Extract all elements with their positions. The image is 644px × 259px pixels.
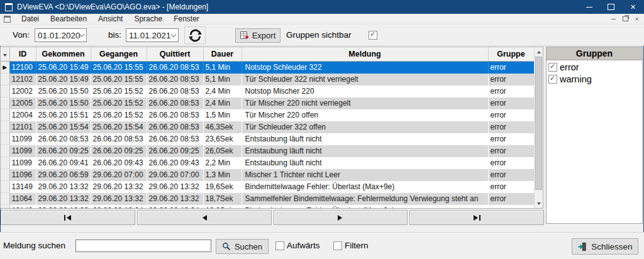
menu-ansicht[interactable]: Ansicht [92, 14, 128, 23]
maximize-button[interactable] [600, 0, 622, 14]
table-row[interactable]: 1200225.06.20 15:5025.06.20 15:5226.06.2… [1, 85, 534, 97]
cell-dauer: 46,3Sek [203, 121, 242, 133]
nav-prev-button[interactable] [137, 210, 272, 225]
filtern-checkbox[interactable] [333, 241, 342, 250]
von-label: Von: [13, 30, 30, 40]
cell-id: 12102 [9, 74, 36, 85]
close-button[interactable]: × [622, 0, 644, 14]
suchen-button[interactable]: Suchen [216, 239, 269, 254]
cell-id: 12101 [9, 121, 36, 133]
cell-gegangen: 26.06.20 09:25 [91, 145, 147, 157]
mdi-restore-icon[interactable] [623, 16, 628, 21]
cell-dauer: 19,6Sek [203, 181, 242, 193]
cell-gegangen: 26.06.20 08:53 [91, 133, 147, 145]
cell-gekommen: 26.06.20 09:25 [36, 145, 91, 157]
cell-gegangen: 29.06.20 13:34 [91, 205, 147, 209]
row-marker [1, 145, 9, 157]
nav-last-button[interactable] [409, 210, 544, 225]
cell-gegangen: 26.06.20 09:43 [91, 157, 147, 169]
menu-fenster[interactable]: Fenster [168, 14, 205, 23]
von-date-select[interactable]: 01.01.2020 [35, 28, 87, 42]
cell-dauer: 2,4 Min [203, 97, 242, 109]
arrow-up-icon [537, 51, 541, 53]
export-button[interactable]: Export [235, 28, 280, 43]
scroll-up-button[interactable] [535, 47, 543, 57]
bis-label: bis: [108, 30, 121, 40]
row-marker [1, 169, 9, 181]
nav-first-button[interactable] [1, 210, 135, 225]
mdi-minimize-icon[interactable] [611, 19, 616, 19]
cell-gruppe: error [488, 74, 534, 85]
app-icon [5, 3, 13, 11]
table-body: ▶1210025.06.20 15:4925.06.20 15:5526.06.… [1, 62, 534, 209]
table-row[interactable]: 1210225.06.20 15:4925.06.20 15:5526.06.2… [1, 74, 534, 85]
cell-gegangen: 25.06.20 15:52 [91, 109, 147, 121]
cell-meldung: Tür Schleuder 322 nicht verriegelt [242, 74, 488, 85]
menu-bearbeiten[interactable]: Bearbeiten [45, 14, 92, 23]
aufwaerts-option[interactable]: Aufwärts [275, 241, 320, 250]
column-header-quittiert[interactable]: Quittiert [147, 47, 203, 62]
gruppen-item-error[interactable]: error [547, 60, 642, 72]
column-header-gekommen[interactable]: Gekommen [36, 47, 91, 62]
filtern-option[interactable]: Filtern [333, 241, 369, 250]
export-icon [240, 31, 250, 40]
bis-date-select[interactable]: 11.01.2021 [126, 28, 179, 42]
mdi-child-icon [4, 16, 11, 23]
scroll-down-button[interactable] [535, 199, 543, 208]
cell-gekommen: 29.06.20 06:59 [36, 169, 91, 181]
table-row[interactable]: 1314929.06.20 13:3329.06.20 13:3429.06.2… [1, 205, 534, 209]
schliessen-button[interactable]: Schliessen [572, 238, 638, 255]
aufwaerts-checkbox[interactable] [275, 241, 284, 250]
window-title: DViewEVA <D:\DViewEva\AGO\AGO.eva> - [Me… [17, 3, 208, 11]
cell-gekommen: 29.06.20 13:33 [36, 205, 91, 209]
minimize-button[interactable] [578, 0, 600, 14]
cell-gekommen: 25.06.20 15:49 [36, 62, 91, 74]
table-row[interactable]: 1109926.06.20 09:2526.06.20 09:2526.06.2… [1, 145, 534, 157]
cell-meldung: Entstaubung läuft nicht [242, 133, 488, 145]
column-header-gruppe[interactable]: Gruppe [488, 47, 534, 62]
table-row[interactable]: 1200525.06.20 15:5025.06.20 15:5226.06.2… [1, 97, 534, 109]
gruppen-list: errorwarning [547, 60, 642, 84]
table-row[interactable]: 1109926.06.20 08:5326.06.20 08:5326.06.2… [1, 133, 534, 145]
menu-datei[interactable]: Datei [16, 14, 45, 23]
cell-dauer: 1,3 Min [203, 169, 242, 181]
cell-gekommen: 26.06.20 08:53 [36, 133, 91, 145]
table-row[interactable]: 1314929.06.20 13:3229.06.20 13:3229.06.2… [1, 181, 534, 193]
mdi-close-icon[interactable]: × [635, 16, 639, 22]
cell-quittiert: 26.06.20 09:43 [147, 157, 203, 169]
search-input[interactable] [75, 240, 211, 252]
cell-gruppe: error [488, 85, 534, 97]
cell-quittiert: 26.06.20 08:53 [147, 109, 203, 121]
cell-gruppe: error [488, 205, 534, 209]
table-row[interactable]: 1200425.06.20 15:5125.06.20 15:5226.06.2… [1, 109, 534, 121]
titlebar: DViewEVA <D:\DViewEva\AGO\AGO.eva> - [Me… [0, 0, 644, 14]
gruppen-sichtbar-checkbox[interactable] [369, 31, 377, 40]
search-icon [222, 242, 231, 251]
column-header-id[interactable]: ID [9, 47, 36, 62]
column-header-gegangen[interactable]: Gegangen [91, 47, 147, 62]
table-row[interactable]: 1210125.06.20 15:5425.06.20 15:5426.06.2… [1, 121, 534, 133]
refresh-button[interactable] [184, 26, 206, 44]
table-row[interactable]: 1106429.06.20 13:3229.06.20 13:3229.06.2… [1, 193, 534, 205]
cell-gekommen: 25.06.20 15:50 [36, 97, 91, 109]
cell-meldung: Sammelfehler Bindemittelwaage: Fehlermel… [242, 193, 488, 205]
gutter-header [1, 47, 9, 62]
gruppen-item-warning[interactable]: warning [547, 72, 642, 84]
exit-door-icon [577, 242, 587, 251]
column-header-dauer[interactable]: Dauer [203, 47, 242, 62]
menu-sprache[interactable]: Sprache [128, 14, 168, 23]
bottombar: Meldung suchen Suchen Aufwärts Filtern S… [0, 232, 644, 259]
column-header-meldung[interactable]: Meldung [242, 47, 488, 62]
row-marker [1, 205, 9, 209]
table-row[interactable]: 1109629.06.20 06:5929.06.20 07:0029.06.2… [1, 169, 534, 181]
table-row[interactable]: ▶1210025.06.20 15:4925.06.20 15:5526.06.… [1, 62, 534, 74]
vertical-scrollbar[interactable] [534, 47, 543, 208]
cell-gruppe: error [488, 109, 534, 121]
gruppen-checkbox[interactable] [548, 75, 557, 84]
cell-meldung: Notstop Schleuder 322 [242, 62, 488, 74]
table-row[interactable]: 1109926.06.20 09:4126.06.20 09:4326.06.2… [1, 157, 534, 169]
gruppen-checkbox[interactable] [548, 63, 557, 72]
row-marker [1, 133, 9, 145]
scrollbar-thumb[interactable] [535, 57, 542, 190]
nav-next-button[interactable] [274, 210, 408, 225]
